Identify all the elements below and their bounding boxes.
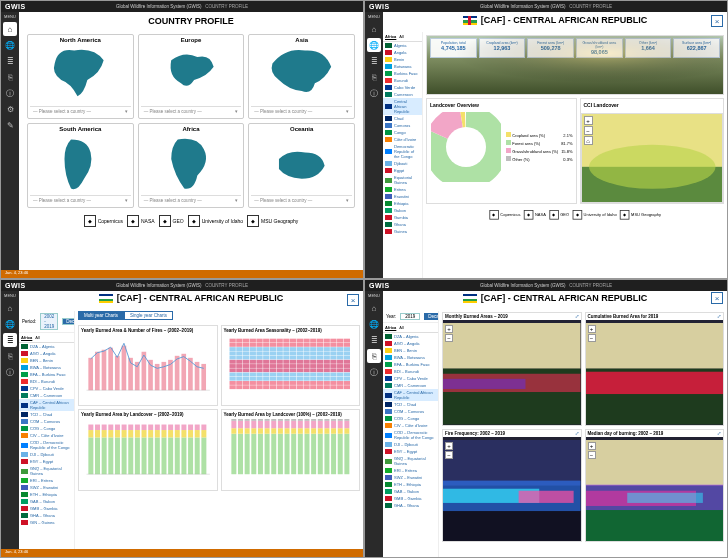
country-list-item[interactable]: Guinea (383, 228, 422, 235)
home-icon[interactable]: ⌂ (3, 22, 17, 36)
expand-icon[interactable]: ⤢ (575, 431, 579, 436)
country-list-item[interactable]: Cabo Verde (383, 84, 422, 91)
country-list-item[interactable]: BDI – Burundi (383, 368, 438, 375)
country-list-item[interactable]: SWZ – Eswatini (19, 484, 74, 491)
country-list-item[interactable]: DJI – Djibouti (383, 441, 438, 448)
copy-icon[interactable]: ⎘ (3, 349, 17, 363)
home-icon[interactable]: ⌂ (367, 301, 381, 315)
layers-icon[interactable]: ≣ (3, 333, 17, 347)
country-list-item[interactable]: GNQ – Equatorial Guinea (19, 465, 74, 477)
country-list-item[interactable]: BWA – Botswana (19, 364, 74, 371)
landcover-map[interactable]: + − ⌂ (581, 113, 724, 203)
tab-all[interactable]: All (399, 34, 403, 39)
country-list-item[interactable]: AGO – Angola (383, 340, 438, 347)
country-list-item[interactable]: Gambia (383, 214, 422, 221)
layers-icon[interactable]: ≣ (367, 333, 381, 347)
country-list-item[interactable]: BEN – Benin (383, 347, 438, 354)
country-list-item[interactable]: BFA – Burkina Faso (19, 371, 74, 378)
country-list-item[interactable]: Congo (383, 129, 422, 136)
copy-icon[interactable]: ⎘ (367, 349, 381, 363)
country-list-item[interactable]: Burundi (383, 77, 422, 84)
tab-africa[interactable]: Africa (385, 325, 396, 330)
country-list-item[interactable]: DZA – Algeria (383, 333, 438, 340)
country-list-item[interactable]: ETH – Ethiopia (19, 491, 74, 498)
country-list-item[interactable]: Equatorial Guinea (383, 174, 422, 186)
map-card[interactable]: Median day of burning: 2002 – 2019 ⤢ + − (585, 429, 725, 543)
country-list-item[interactable]: CMR – Cameroon (19, 392, 74, 399)
country-list-item[interactable]: Central African Republic (383, 98, 422, 115)
country-list-item[interactable]: GHA – Ghana (19, 512, 74, 519)
zoom-out-button[interactable]: − (588, 451, 596, 459)
expand-icon[interactable]: ⤢ (717, 314, 721, 319)
expand-icon[interactable]: ⤢ (575, 314, 579, 319)
country-selector[interactable]: — Please select a country —▾ (30, 195, 131, 205)
tab-all[interactable]: All (399, 325, 403, 330)
decade-button[interactable]: Decade (62, 318, 75, 325)
zoom-in-button[interactable]: + (445, 442, 453, 450)
country-selector[interactable]: — Please select a country —▾ (141, 195, 242, 205)
country-list-item[interactable]: Democratic Republic of the Congo (383, 143, 422, 160)
globe-icon[interactable]: 🌐 (3, 317, 17, 331)
country-list-item[interactable]: COM – Comoros (19, 418, 74, 425)
country-list-item[interactable]: BDI – Burundi (19, 378, 74, 385)
close-button[interactable]: × (711, 15, 723, 27)
info-icon[interactable]: ⓘ (3, 86, 17, 100)
country-list-item[interactable]: COG – Congo (383, 415, 438, 422)
country-list-item[interactable]: BFA – Burkina Faso (383, 361, 438, 368)
country-list-item[interactable]: CAF – Central African Republic (19, 399, 74, 411)
country-list-item[interactable]: GMB – Gambia (383, 495, 438, 502)
country-list-item[interactable]: CMR – Cameroon (383, 382, 438, 389)
country-list-item[interactable]: GAB – Gabon (383, 488, 438, 495)
layers-icon[interactable]: ≣ (367, 54, 381, 68)
country-list-item[interactable]: ETH – Ethiopia (383, 481, 438, 488)
country-list-item[interactable]: Chad (383, 115, 422, 122)
country-list-item[interactable]: Eritrea (383, 186, 422, 193)
country-list-item[interactable]: SWZ – Eswatini (383, 474, 438, 481)
zoom-in-button[interactable]: + (445, 325, 453, 333)
copy-icon[interactable]: ⎘ (367, 70, 381, 84)
country-selector[interactable]: — Please select a country —▾ (141, 106, 242, 116)
country-list-item[interactable]: COM – Comoros (383, 408, 438, 415)
zoom-out-button[interactable]: − (584, 126, 593, 135)
map-card[interactable]: Monthly Burned Areas – 2019 ⤢ + − (442, 312, 582, 426)
country-list-item[interactable]: CPV – Cabo Verde (19, 385, 74, 392)
country-list-item[interactable]: Benin (383, 56, 422, 63)
home-icon[interactable]: ⌂ (3, 301, 17, 315)
country-list-item[interactable]: Burkina Faso (383, 70, 422, 77)
country-list-item[interactable]: GMB – Gambia (19, 505, 74, 512)
tab-africa[interactable]: Africa (385, 34, 396, 39)
country-list-item[interactable]: Gabon (383, 207, 422, 214)
globe-icon[interactable]: 🌐 (367, 38, 381, 52)
country-list-item[interactable]: GNQ – Equatorial Guinea (383, 455, 438, 467)
country-list-item[interactable]: ERI – Eritrea (19, 477, 74, 484)
zoom-in-button[interactable]: + (584, 116, 593, 125)
country-list-item[interactable]: Egypt (383, 167, 422, 174)
country-list-item[interactable]: DZA – Algeria (19, 343, 74, 350)
country-list-item[interactable]: GIN – Guinea (19, 519, 74, 526)
tab-multi-year[interactable]: Multi year Charts (78, 311, 124, 320)
tab-single-year[interactable]: Single year Charts (124, 311, 173, 320)
country-list-item[interactable]: Djibouti (383, 160, 422, 167)
globe-icon[interactable]: 🌐 (367, 317, 381, 331)
country-selector[interactable]: — Please select a country —▾ (251, 195, 352, 205)
period-value[interactable]: 2002 - 2019 (40, 313, 58, 330)
expand-icon[interactable]: ⤢ (717, 431, 721, 436)
country-list-item[interactable]: CPV – Cabo Verde (383, 375, 438, 382)
country-list-item[interactable]: Botswana (383, 63, 422, 70)
country-list-item[interactable]: TCD – Chad (383, 401, 438, 408)
map-card[interactable]: Cumulative Burned Area for 2019 ⤢ + − (585, 312, 725, 426)
settings-icon[interactable]: ⚙ (3, 102, 17, 116)
country-list-item[interactable]: GHA – Ghana (383, 502, 438, 509)
country-list-item[interactable]: COD – Democratic Republic of the Congo (383, 429, 438, 441)
country-list-item[interactable]: CAF – Central African Republic (383, 389, 438, 401)
country-list-item[interactable]: Eswatini (383, 193, 422, 200)
country-list-item[interactable]: Cameroon (383, 91, 422, 98)
country-list-item[interactable]: CIV – Côte d'Ivoire (19, 432, 74, 439)
zoom-out-button[interactable]: − (588, 334, 596, 342)
country-list-item[interactable]: CIV – Côte d'Ivoire (383, 422, 438, 429)
country-selector[interactable]: — Please select a country —▾ (30, 106, 131, 116)
country-list-item[interactable]: Côte d'Ivoire (383, 136, 422, 143)
year-value[interactable]: 2019 (400, 313, 420, 320)
tab-africa[interactable]: Africa (21, 335, 32, 340)
zoom-in-button[interactable]: + (588, 325, 596, 333)
